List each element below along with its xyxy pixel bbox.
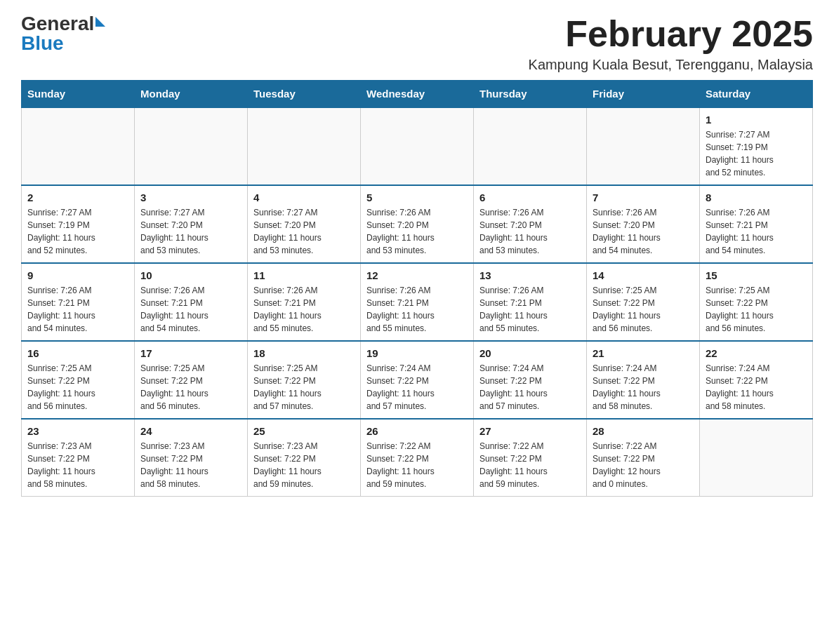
calendar-cell: 22Sunrise: 7:24 AMSunset: 7:22 PMDayligh…: [700, 341, 813, 419]
calendar-cell: 18Sunrise: 7:25 AMSunset: 7:22 PMDayligh…: [248, 341, 361, 419]
day-number: 26: [366, 425, 468, 437]
calendar-cell: 27Sunrise: 7:22 AMSunset: 7:22 PMDayligh…: [474, 419, 587, 497]
calendar-cell: 5Sunrise: 7:26 AMSunset: 7:20 PMDaylight…: [361, 185, 474, 263]
title-block: February 2025 Kampung Kuala Besut, Teren…: [529, 14, 813, 73]
day-number: 13: [479, 269, 581, 281]
calendar-cell: 14Sunrise: 7:25 AMSunset: 7:22 PMDayligh…: [587, 263, 700, 341]
calendar-week-row: 23Sunrise: 7:23 AMSunset: 7:22 PMDayligh…: [22, 419, 813, 497]
calendar-cell: 4Sunrise: 7:27 AMSunset: 7:20 PMDaylight…: [248, 185, 361, 263]
calendar-cell: 16Sunrise: 7:25 AMSunset: 7:22 PMDayligh…: [22, 341, 135, 419]
calendar-day-header: Tuesday: [248, 81, 361, 108]
day-info: Sunrise: 7:25 AMSunset: 7:22 PMDaylight:…: [27, 362, 128, 412]
calendar-cell: 19Sunrise: 7:24 AMSunset: 7:22 PMDayligh…: [361, 341, 474, 419]
day-number: 18: [253, 347, 355, 359]
day-number: 15: [706, 269, 807, 281]
calendar-week-row: 16Sunrise: 7:25 AMSunset: 7:22 PMDayligh…: [22, 341, 813, 419]
calendar-week-row: 2Sunrise: 7:27 AMSunset: 7:19 PMDaylight…: [22, 185, 813, 263]
day-info: Sunrise: 7:26 AMSunset: 7:21 PMDaylight:…: [706, 206, 807, 257]
calendar-cell: 10Sunrise: 7:26 AMSunset: 7:21 PMDayligh…: [135, 263, 248, 341]
day-number: 27: [479, 425, 581, 437]
calendar-cell: 8Sunrise: 7:26 AMSunset: 7:21 PMDaylight…: [700, 185, 813, 263]
calendar-cell: 6Sunrise: 7:26 AMSunset: 7:20 PMDaylight…: [474, 185, 587, 263]
day-info: Sunrise: 7:26 AMSunset: 7:20 PMDaylight:…: [479, 206, 581, 257]
day-info: Sunrise: 7:25 AMSunset: 7:22 PMDaylight:…: [593, 284, 694, 335]
calendar-cell: 25Sunrise: 7:23 AMSunset: 7:22 PMDayligh…: [248, 419, 361, 497]
day-number: 14: [593, 269, 694, 281]
calendar-cell: [22, 107, 135, 185]
day-info: Sunrise: 7:24 AMSunset: 7:22 PMDaylight:…: [593, 362, 694, 412]
calendar-cell: 9Sunrise: 7:26 AMSunset: 7:21 PMDaylight…: [22, 263, 135, 341]
day-number: 10: [140, 269, 241, 281]
day-number: 7: [593, 192, 694, 203]
calendar-cell: 11Sunrise: 7:26 AMSunset: 7:21 PMDayligh…: [248, 263, 361, 341]
day-info: Sunrise: 7:26 AMSunset: 7:21 PMDaylight:…: [140, 284, 241, 335]
day-number: 24: [140, 425, 241, 437]
day-number: 20: [479, 347, 581, 359]
day-info: Sunrise: 7:24 AMSunset: 7:22 PMDaylight:…: [366, 362, 468, 412]
day-number: 12: [366, 269, 468, 281]
calendar-day-header: Friday: [587, 81, 700, 108]
day-number: 22: [706, 347, 807, 359]
logo-arrow-icon: [95, 17, 105, 27]
day-info: Sunrise: 7:25 AMSunset: 7:22 PMDaylight:…: [140, 362, 241, 412]
calendar-cell: 12Sunrise: 7:26 AMSunset: 7:21 PMDayligh…: [361, 263, 474, 341]
calendar-day-header: Sunday: [22, 81, 135, 108]
day-number: 3: [140, 192, 241, 203]
day-info: Sunrise: 7:24 AMSunset: 7:22 PMDaylight:…: [706, 362, 807, 412]
day-number: 9: [27, 269, 128, 281]
day-number: 23: [27, 425, 128, 437]
day-number: 11: [253, 269, 355, 281]
day-info: Sunrise: 7:23 AMSunset: 7:22 PMDaylight:…: [253, 440, 355, 490]
day-info: Sunrise: 7:25 AMSunset: 7:22 PMDaylight:…: [253, 362, 355, 412]
day-info: Sunrise: 7:27 AMSunset: 7:19 PMDaylight:…: [706, 128, 807, 179]
calendar-day-header: Wednesday: [361, 81, 474, 108]
day-info: Sunrise: 7:26 AMSunset: 7:21 PMDaylight:…: [479, 284, 581, 335]
calendar-cell: 23Sunrise: 7:23 AMSunset: 7:22 PMDayligh…: [22, 419, 135, 497]
calendar-cell: 2Sunrise: 7:27 AMSunset: 7:19 PMDaylight…: [22, 185, 135, 263]
day-info: Sunrise: 7:26 AMSunset: 7:20 PMDaylight:…: [593, 206, 694, 257]
day-number: 8: [706, 192, 807, 203]
calendar-cell: 17Sunrise: 7:25 AMSunset: 7:22 PMDayligh…: [135, 341, 248, 419]
day-info: Sunrise: 7:27 AMSunset: 7:20 PMDaylight:…: [253, 206, 355, 257]
calendar-cell: 21Sunrise: 7:24 AMSunset: 7:22 PMDayligh…: [587, 341, 700, 419]
day-info: Sunrise: 7:22 AMSunset: 7:22 PMDaylight:…: [366, 440, 468, 490]
calendar-cell: 28Sunrise: 7:22 AMSunset: 7:22 PMDayligh…: [587, 419, 700, 497]
month-title: February 2025: [529, 14, 813, 54]
day-number: 16: [27, 347, 128, 359]
calendar-cell: [248, 107, 361, 185]
calendar-cell: 24Sunrise: 7:23 AMSunset: 7:22 PMDayligh…: [135, 419, 248, 497]
logo: General Blue: [21, 14, 105, 53]
day-info: Sunrise: 7:23 AMSunset: 7:22 PMDaylight:…: [140, 440, 241, 490]
logo-blue-text: Blue: [21, 34, 105, 53]
day-info: Sunrise: 7:27 AMSunset: 7:20 PMDaylight:…: [140, 206, 241, 257]
calendar-cell: 3Sunrise: 7:27 AMSunset: 7:20 PMDaylight…: [135, 185, 248, 263]
calendar-cell: 13Sunrise: 7:26 AMSunset: 7:21 PMDayligh…: [474, 263, 587, 341]
day-info: Sunrise: 7:26 AMSunset: 7:21 PMDaylight:…: [253, 284, 355, 335]
calendar-cell: 1Sunrise: 7:27 AMSunset: 7:19 PMDaylight…: [700, 107, 813, 185]
calendar-header-row: SundayMondayTuesdayWednesdayThursdayFrid…: [22, 81, 813, 108]
day-number: 25: [253, 425, 355, 437]
calendar-cell: [361, 107, 474, 185]
page-header: General Blue February 2025 Kampung Kuala…: [21, 14, 813, 73]
calendar-week-row: 1Sunrise: 7:27 AMSunset: 7:19 PMDaylight…: [22, 107, 813, 185]
day-info: Sunrise: 7:26 AMSunset: 7:20 PMDaylight:…: [366, 206, 468, 257]
day-number: 6: [479, 192, 581, 203]
day-info: Sunrise: 7:22 AMSunset: 7:22 PMDaylight:…: [593, 440, 694, 490]
day-info: Sunrise: 7:26 AMSunset: 7:21 PMDaylight:…: [366, 284, 468, 335]
day-info: Sunrise: 7:23 AMSunset: 7:22 PMDaylight:…: [27, 440, 128, 490]
day-number: 4: [253, 192, 355, 203]
day-number: 5: [366, 192, 468, 203]
day-number: 19: [366, 347, 468, 359]
calendar-cell: 20Sunrise: 7:24 AMSunset: 7:22 PMDayligh…: [474, 341, 587, 419]
calendar-day-header: Saturday: [700, 81, 813, 108]
day-info: Sunrise: 7:27 AMSunset: 7:19 PMDaylight:…: [27, 206, 128, 257]
location-text: Kampung Kuala Besut, Terengganu, Malaysi…: [529, 57, 813, 73]
logo-general-text: General: [21, 14, 94, 34]
calendar-table: SundayMondayTuesdayWednesdayThursdayFrid…: [21, 80, 813, 497]
day-info: Sunrise: 7:26 AMSunset: 7:21 PMDaylight:…: [27, 284, 128, 335]
day-number: 28: [593, 425, 694, 437]
day-info: Sunrise: 7:22 AMSunset: 7:22 PMDaylight:…: [479, 440, 581, 490]
calendar-cell: [474, 107, 587, 185]
calendar-cell: [700, 419, 813, 497]
day-number: 2: [27, 192, 128, 203]
